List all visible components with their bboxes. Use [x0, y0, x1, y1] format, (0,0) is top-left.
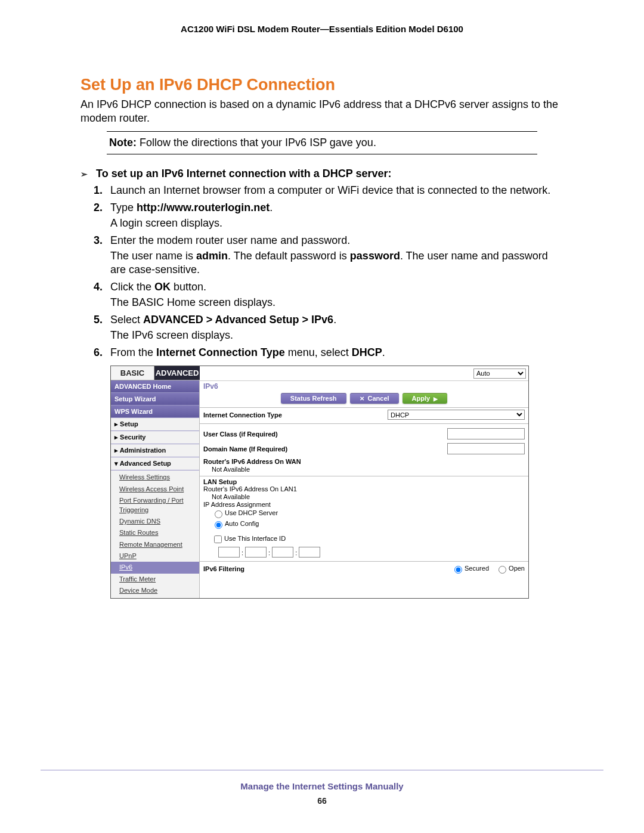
step-2: 2. Type http://www.routerlogin.net. A lo… — [94, 201, 564, 230]
step-3: 3. Enter the modem router user name and … — [94, 234, 564, 277]
note-label: Note: — [109, 137, 137, 148]
note-text: Follow the directions that your IPv6 ISP… — [137, 137, 376, 148]
main-panel: Auto IPv6 Status Refresh ✕Cancel Apply▶ … — [200, 366, 528, 597]
sidebar-item-wps-wizard[interactable]: WPS Wizard — [111, 405, 199, 418]
section-heading: Set Up an IPv6 DHCP Connection — [80, 76, 564, 94]
chevron-right-icon: ➢ — [80, 169, 96, 179]
input-iface-3[interactable] — [272, 547, 293, 558]
sidebar-item-administration[interactable]: ▸ Administration — [111, 444, 199, 457]
option-auto-config: Auto Config — [212, 519, 528, 529]
step-1: 1. Launch an Internet browser from a com… — [94, 184, 564, 197]
step-number: 5. — [94, 313, 110, 342]
footer-rule — [41, 770, 603, 770]
sidebar-sub-remote-management[interactable]: Remote Management — [111, 539, 199, 550]
row-ip-assignment: IP Address Assignment — [200, 501, 528, 508]
value-wan-address: Not Available — [212, 465, 528, 473]
label-ipv6-filtering: IPv6 Filtering — [203, 565, 447, 572]
input-iface-2[interactable] — [245, 547, 267, 558]
tab-row: BASIC ADVANCED — [111, 366, 199, 380]
option-use-interface-id: Use This Interface ID — [212, 533, 528, 546]
select-connection-type[interactable]: DHCP — [388, 410, 525, 420]
footer-title: Manage the Internet Settings Manually — [0, 781, 644, 791]
sidebar-item-setup[interactable]: ▸ Setup — [111, 418, 199, 431]
language-select[interactable]: Auto — [473, 368, 526, 379]
sidebar-submenu: Wireless Settings Wireless Access Point … — [111, 470, 199, 597]
page-footer: Manage the Internet Settings Manually 66 — [0, 770, 644, 806]
chevron-right-icon: ▶ — [434, 396, 438, 402]
checkbox-use-interface-id[interactable] — [214, 535, 222, 543]
step-body: Enter the modem router user name and pas… — [110, 234, 564, 277]
step-number: 6. — [94, 346, 110, 360]
input-user-class[interactable] — [447, 428, 525, 439]
procedure-heading: ➢ To set up an IPv6 Internet connection … — [80, 168, 564, 180]
label-lan-setup: LAN Setup — [203, 478, 525, 485]
row-domain-name: Domain Name (If Required) — [200, 441, 528, 456]
interface-id-inputs: ::: — [218, 546, 528, 559]
value-lan-address: Not Available — [212, 493, 528, 501]
row-lan-address: Router's IPv6 Address On LAN1 — [200, 485, 528, 493]
radio-open[interactable] — [499, 566, 506, 574]
sidebar-item-advanced-setup[interactable]: ▾ Advanced Setup — [111, 457, 199, 470]
option-secured: Secured — [451, 565, 489, 572]
filter-options: Secured Open — [447, 564, 525, 574]
status-refresh-button[interactable]: Status Refresh — [281, 393, 346, 404]
tab-advanced[interactable]: ADVANCED — [154, 366, 200, 380]
page-content: Set Up an IPv6 DHCP Connection An IPv6 D… — [80, 76, 564, 599]
step-5: 5. Select ADVANCED > Advanced Setup > IP… — [94, 313, 564, 342]
label-ip-assignment: IP Address Assignment — [203, 501, 525, 508]
row-user-class: User Class (if Required) — [200, 426, 528, 441]
sidebar-sub-static-routes[interactable]: Static Routes — [111, 527, 199, 538]
step-number: 3. — [94, 234, 110, 277]
step-number: 1. — [94, 184, 110, 197]
step-number: 2. — [94, 201, 110, 230]
top-row: Auto — [200, 366, 528, 381]
input-iface-1[interactable] — [218, 547, 240, 558]
radio-secured[interactable] — [454, 566, 462, 574]
note-box: Note: Follow the directions that your IP… — [107, 131, 537, 154]
label-connection-type: Internet Connection Type — [203, 411, 388, 419]
cancel-button[interactable]: ✕Cancel — [350, 393, 399, 404]
apply-button[interactable]: Apply▶ — [402, 393, 448, 404]
tab-basic[interactable]: BASIC — [111, 366, 154, 380]
row-wan-address: Router's IPv6 Address On WAN — [200, 456, 528, 465]
sidebar-sub-port-forwarding[interactable]: Port Forwarding / Port Triggering — [111, 495, 199, 516]
sidebar-sub-traffic-meter[interactable]: Traffic Meter — [111, 574, 199, 585]
section-intro: An IPv6 DHCP connection is based on a dy… — [80, 98, 564, 125]
row-ipv6-filtering: IPv6 Filtering Secured Open — [200, 561, 528, 577]
manual-page: AC1200 WiFi DSL Modem Router—Essentials … — [0, 0, 644, 833]
sidebar-item-security[interactable]: ▸ Security — [111, 431, 199, 444]
radio-auto-config[interactable] — [215, 521, 222, 529]
sidebar-sub-wireless-ap[interactable]: Wireless Access Point — [111, 484, 199, 495]
row-lan-setup: LAN Setup — [200, 476, 528, 485]
page-header-title: AC1200 WiFi DSL Modem Router—Essentials … — [0, 24, 644, 34]
step-body: Type http://www.routerlogin.net. A login… — [110, 201, 564, 230]
close-icon: ✕ — [360, 395, 364, 402]
panel-title: IPv6 — [200, 381, 528, 392]
label-lan-address: Router's IPv6 Address On LAN1 — [203, 485, 525, 493]
procedure-heading-text: To set up an IPv6 Internet connection wi… — [96, 168, 391, 180]
step-6: 6. From the Internet Connection Type men… — [94, 346, 564, 360]
button-row: Status Refresh ✕Cancel Apply▶ — [200, 392, 528, 408]
footer-page-number: 66 — [0, 796, 644, 806]
step-body: From the Internet Connection Type menu, … — [110, 346, 564, 360]
label-user-class: User Class (if Required) — [203, 431, 447, 438]
option-use-dhcp: Use DHCP Server — [212, 508, 528, 519]
input-iface-4[interactable] — [299, 547, 320, 558]
label-wan-address: Router's IPv6 Address On WAN — [203, 458, 525, 465]
input-domain-name[interactable] — [447, 443, 525, 454]
radio-use-dhcp[interactable] — [215, 510, 222, 518]
router-ui-screenshot: BASIC ADVANCED ADVANCED Home Setup Wizar… — [110, 366, 529, 598]
sidebar-sub-wireless-settings[interactable]: Wireless Settings — [111, 472, 199, 483]
row-connection-type: Internet Connection Type DHCP — [200, 408, 528, 424]
label-domain-name: Domain Name (If Required) — [203, 445, 447, 453]
sidebar-sub-ipv6[interactable]: IPv6 — [111, 562, 199, 573]
step-body: Launch an Internet browser from a comput… — [110, 184, 564, 197]
step-list: 1. Launch an Internet browser from a com… — [94, 184, 564, 360]
option-open: Open — [496, 565, 525, 572]
sidebar-item-advanced-home[interactable]: ADVANCED Home — [111, 380, 199, 393]
sidebar-sub-dynamic-dns[interactable]: Dynamic DNS — [111, 516, 199, 527]
sidebar-item-setup-wizard[interactable]: Setup Wizard — [111, 393, 199, 405]
sidebar-sub-upnp[interactable]: UPnP — [111, 550, 199, 562]
step-body: Click the OK button. The BASIC Home scre… — [110, 280, 564, 309]
sidebar-sub-device-mode[interactable]: Device Mode — [111, 585, 199, 596]
